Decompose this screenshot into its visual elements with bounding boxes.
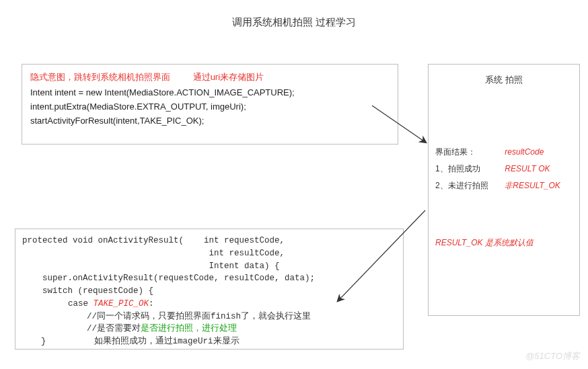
code-line-2: intent.putExtra(MediaStore.EXTRA_OUTPUT,…	[30, 101, 390, 112]
code-line-1: Intent intent = new Intent(MediaStore.AC…	[30, 87, 390, 97]
system-camera-title: 系统 拍照	[435, 74, 573, 86]
intent-code-box: 隐式意图，跳转到系统相机拍照界面 通过uri来存储图片 Intent inten…	[22, 64, 398, 145]
case-keyword: case	[68, 299, 94, 309]
close-brace: }	[41, 337, 46, 346]
watermark: @51CTO博客	[525, 350, 580, 362]
svg-line-0	[372, 106, 426, 142]
svg-line-1	[338, 210, 425, 301]
case-colon: :	[149, 299, 154, 309]
comment-3: 如果拍照成功，通过imageUri来显示	[94, 337, 240, 346]
result-ok-note: RESULT_OK 是系统默认值	[435, 237, 573, 249]
diagram-title: 调用系统相机拍照 过程学习	[0, 16, 588, 29]
result-1-value: RESULT OK	[505, 164, 550, 173]
intent-note-left: 隐式意图，跳转到系统相机拍照界面	[30, 72, 170, 82]
result-2-value: 非RESULT_OK	[505, 181, 560, 190]
comment-2: //是否需要对是否进行拍照，进行处理	[22, 323, 396, 335]
intent-note-right: 通过uri来存储图片	[193, 72, 264, 82]
case-value: TAKE_PIC_OK	[94, 299, 149, 309]
arrow-to-result-icon	[331, 207, 452, 308]
arrow-to-camera-icon	[369, 102, 456, 156]
result-code: resultCode	[505, 147, 544, 157]
result-2-label: 2、未进行拍照	[435, 180, 503, 192]
code-line-3: startActivityForResult(intent,TAKE_PIC_O…	[30, 116, 390, 126]
close-and-comment: } 如果拍照成功，通过imageUri来显示	[22, 335, 396, 348]
comment-2a: //是否需要对	[87, 324, 141, 333]
result-1-label: 1、拍照成功	[435, 163, 503, 175]
comment-1: //同一个请求码，只要拍照界面finish了，就会执行这里	[22, 311, 396, 323]
comment-2b: 是否进行拍照，进行处理	[141, 324, 237, 333]
